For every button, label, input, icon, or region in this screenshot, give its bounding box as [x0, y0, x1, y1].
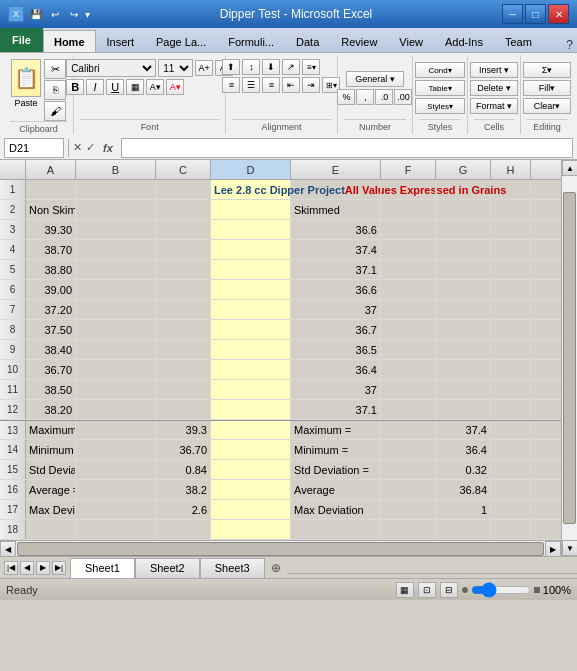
cell-b10[interactable] [76, 360, 156, 379]
vertical-scrollbar[interactable]: ▲ ▼ [561, 160, 577, 556]
page-break-view-button[interactable]: ⊟ [440, 582, 458, 598]
cell-f16[interactable] [381, 480, 436, 499]
cell-c3[interactable] [156, 220, 211, 239]
cell-g13[interactable]: 37.4 [436, 421, 491, 439]
text-angle-button[interactable]: ↗ [282, 59, 300, 75]
cell-d9[interactable] [211, 340, 291, 359]
cell-a13[interactable]: Maximum = [26, 421, 76, 439]
col-header-a[interactable]: A [26, 160, 76, 179]
cell-d18[interactable] [211, 520, 291, 539]
horizontal-scrollbar[interactable]: ◀ ▶ [0, 540, 561, 556]
cell-h5[interactable] [491, 260, 531, 279]
cancel-icon[interactable]: ✕ [73, 141, 82, 154]
cell-d13[interactable] [211, 421, 291, 439]
increase-decimal-button[interactable]: .0 [375, 89, 393, 105]
cell-e1[interactable] [291, 180, 381, 199]
copy-button[interactable]: ⎘ [44, 80, 66, 100]
tab-data[interactable]: Data [285, 30, 330, 52]
cell-g5[interactable] [436, 260, 491, 279]
cell-e18[interactable] [291, 520, 381, 539]
cell-g12[interactable] [436, 400, 491, 419]
fill-color-button[interactable]: A▾ [146, 79, 164, 95]
cell-d14[interactable] [211, 440, 291, 459]
cell-h18[interactable] [491, 520, 531, 539]
cell-h14[interactable] [491, 440, 531, 459]
fill-button[interactable]: Fill▾ [523, 80, 571, 96]
cell-f12[interactable] [381, 400, 436, 419]
zoom-in-button[interactable] [534, 587, 540, 593]
tab-review[interactable]: Review [330, 30, 388, 52]
cell-e14[interactable]: Minimum = [291, 440, 381, 459]
cell-b2[interactable] [76, 200, 156, 219]
cell-f1[interactable] [381, 180, 436, 199]
cell-h6[interactable] [491, 280, 531, 299]
cell-d10[interactable] [211, 360, 291, 379]
conditional-format-button[interactable]: Cond▾ [415, 62, 465, 78]
zoom-slider[interactable] [471, 586, 531, 594]
cell-c5[interactable] [156, 260, 211, 279]
cell-h1[interactable] [491, 180, 531, 199]
cell-a10[interactable]: 36.70 [26, 360, 76, 379]
cell-a16[interactable]: Average = [26, 480, 76, 499]
cell-c13[interactable]: 39.3 [156, 421, 211, 439]
cell-c7[interactable] [156, 300, 211, 319]
col-header-f[interactable]: F [381, 160, 436, 179]
increase-indent-button[interactable]: ⇥ [302, 77, 320, 93]
cell-e12[interactable]: 37.1 [291, 400, 381, 419]
font-size-select[interactable]: 11 [158, 59, 193, 77]
italic-button[interactable]: I [86, 79, 104, 95]
cell-a2[interactable]: Non Skim [26, 200, 76, 219]
cell-e11[interactable]: 37 [291, 380, 381, 399]
cell-b7[interactable] [76, 300, 156, 319]
col-header-c[interactable]: C [156, 160, 211, 179]
cell-b16[interactable] [76, 480, 156, 499]
cell-a14[interactable]: Minimum = [26, 440, 76, 459]
format-button[interactable]: Format ▾ [470, 98, 518, 114]
cell-b12[interactable] [76, 400, 156, 419]
enter-icon[interactable]: ✓ [86, 141, 95, 154]
cell-e10[interactable]: 36.4 [291, 360, 381, 379]
cell-g11[interactable] [436, 380, 491, 399]
cell-b5[interactable] [76, 260, 156, 279]
comma-button[interactable]: , [356, 89, 374, 105]
scroll-down-button[interactable]: ▼ [562, 540, 577, 556]
cell-e15[interactable]: Std Deviation = [291, 460, 381, 479]
cell-f9[interactable] [381, 340, 436, 359]
cell-styles-button[interactable]: Styles▾ [415, 98, 465, 114]
cell-f5[interactable] [381, 260, 436, 279]
cell-c10[interactable] [156, 360, 211, 379]
cell-g6[interactable] [436, 280, 491, 299]
cell-c14[interactable]: 36.70 [156, 440, 211, 459]
font-name-select[interactable]: Calibri [66, 59, 156, 77]
cell-g9[interactable] [436, 340, 491, 359]
cell-c11[interactable] [156, 380, 211, 399]
cell-b6[interactable] [76, 280, 156, 299]
cell-c6[interactable] [156, 280, 211, 299]
cell-b18[interactable] [76, 520, 156, 539]
cell-h8[interactable] [491, 320, 531, 339]
cell-g16[interactable]: 36.84 [436, 480, 491, 499]
cell-a12[interactable]: 38.20 [26, 400, 76, 419]
cell-b4[interactable] [76, 240, 156, 259]
first-sheet-button[interactable]: |◀ [4, 561, 18, 575]
cell-c15[interactable]: 0.84 [156, 460, 211, 479]
cell-g3[interactable] [436, 220, 491, 239]
cell-d15[interactable] [211, 460, 291, 479]
tab-team[interactable]: Team [494, 30, 543, 52]
cell-h7[interactable] [491, 300, 531, 319]
cell-g4[interactable] [436, 240, 491, 259]
cell-c9[interactable] [156, 340, 211, 359]
cell-c17[interactable]: 2.6 [156, 500, 211, 519]
cell-h11[interactable] [491, 380, 531, 399]
percent-button[interactable]: % [337, 89, 355, 105]
cell-b17[interactable] [76, 500, 156, 519]
cell-e4[interactable]: 37.4 [291, 240, 381, 259]
col-header-d[interactable]: D [211, 160, 291, 179]
cell-b11[interactable] [76, 380, 156, 399]
cell-c4[interactable] [156, 240, 211, 259]
col-header-e[interactable]: E [291, 160, 381, 179]
cell-a18[interactable] [26, 520, 76, 539]
cell-c18[interactable] [156, 520, 211, 539]
formula-input[interactable] [121, 138, 573, 158]
cell-h3[interactable] [491, 220, 531, 239]
